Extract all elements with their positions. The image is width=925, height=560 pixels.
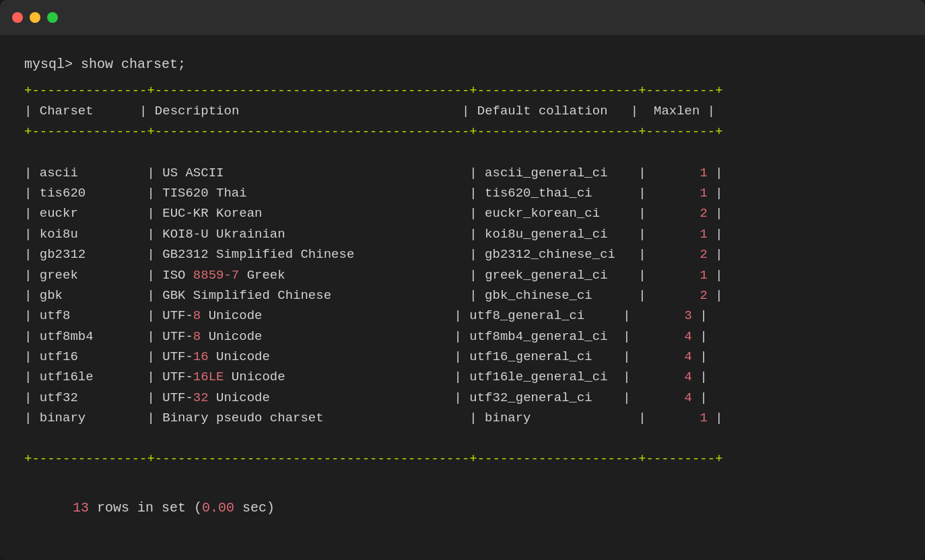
prompt-line: mysql> show charset;	[24, 54, 901, 75]
titlebar	[0, 0, 925, 35]
query-time: 0.00	[202, 500, 234, 516]
divider-top: +---------------+-----------------------…	[24, 81, 901, 101]
table-row: | tis620 | TIS620 Thai | tis620_thai_ci …	[24, 183, 901, 203]
table-row: | gb2312 | GB2312 Simplified Chinese | g…	[24, 244, 901, 265]
table-row: | utf16 | UTF-16 Unicode | utf16_general…	[24, 347, 901, 367]
prompt-text: mysql> show charset;	[24, 57, 186, 72]
table-row: | utf16le | UTF-16LE Unicode | utf16le_g…	[24, 367, 901, 387]
table-header: | Charset | Description | Default collat…	[24, 101, 901, 121]
divider-bottom: +---------------+-----------------------…	[24, 449, 901, 469]
table-row: | utf8mb4 | UTF-8 Unicode | utf8mb4_gene…	[24, 326, 901, 347]
terminal-content[interactable]: mysql> show charset; +---------------+--…	[0, 35, 925, 560]
footer-suffix: sec)	[234, 500, 275, 516]
row-count: 13	[73, 500, 89, 516]
footer-text: rows in set (	[89, 500, 202, 516]
result-footer: 13 rows in set (0.00 sec)	[24, 476, 901, 540]
spacer-row-2	[24, 429, 901, 449]
maximize-button[interactable]	[47, 12, 58, 23]
table-row: | euckr | EUC-KR Korean | euckr_korean_c…	[24, 203, 901, 223]
minimize-button[interactable]	[30, 12, 40, 23]
table-row: | koi8u | KOI8-U Ukrainian | koi8u_gener…	[24, 224, 901, 244]
charset-table: +---------------+-----------------------…	[24, 81, 901, 469]
table-row: | utf32 | UTF-32 Unicode | utf32_general…	[24, 388, 901, 408]
table-row: | utf8 | UTF-8 Unicode | utf8_general_ci…	[24, 306, 901, 326]
close-button[interactable]	[12, 12, 23, 23]
terminal-window: mysql> show charset; +---------------+--…	[0, 0, 925, 560]
table-row: | binary | Binary pseudo charset | binar…	[24, 408, 901, 428]
divider-header: +---------------+-----------------------…	[24, 122, 901, 142]
table-row: | greek | ISO 8859-7 Greek | greek_gener…	[24, 265, 901, 285]
table-row: | gbk | GBK Simplified Chinese | gbk_chi…	[24, 285, 901, 306]
spacer-row-1	[24, 142, 901, 162]
table-row: | ascii | US ASCII | ascii_general_ci | …	[24, 163, 901, 183]
